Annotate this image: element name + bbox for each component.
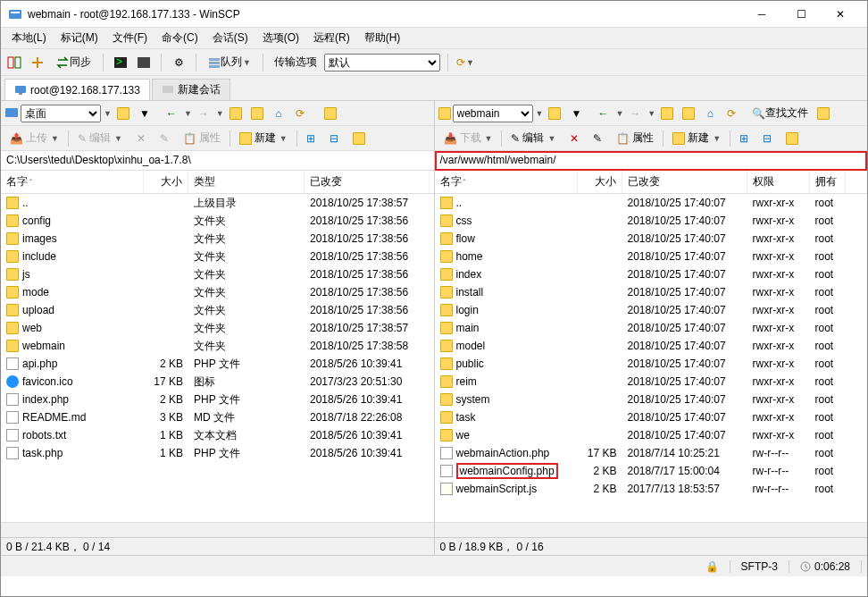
table-row[interactable]: robots.txt1 KB文本文档2018/5/26 10:39:41 — [1, 426, 434, 444]
terminal-icon[interactable]: > — [111, 53, 130, 72]
table-row[interactable]: webmainConfig.php2 KB2018/7/17 15:00:04r… — [435, 462, 868, 480]
local-scrollbar[interactable] — [1, 522, 434, 537]
remote-col-name[interactable]: 名字ˆ — [435, 171, 578, 193]
download-button[interactable]: 📥下载▼ — [438, 129, 498, 148]
menu-item-2[interactable]: 文件(F) — [105, 27, 154, 49]
local-col-type[interactable]: 类型 — [188, 171, 305, 193]
local-new-button[interactable]: 新建▼ — [234, 129, 293, 148]
remote-path[interactable]: /var/www/html/webmain/ — [435, 151, 868, 171]
table-row[interactable]: task2018/10/25 17:40:07rwxr-xr-xroot — [435, 408, 868, 426]
remote-col-size[interactable]: 大小 — [578, 171, 622, 193]
remote-refresh-icon[interactable]: ⟳ — [722, 104, 741, 123]
table-row[interactable]: webmainScript.js2 KB2017/7/13 18:53:57rw… — [435, 480, 868, 498]
remote-props-button[interactable]: 📋属性 — [611, 129, 659, 148]
table-row[interactable]: upload文件夹2018/10/25 17:38:56 — [1, 301, 434, 319]
local-back-icon[interactable]: ← — [162, 104, 181, 123]
local-open-icon[interactable] — [113, 104, 133, 123]
local-bookmark-icon[interactable] — [321, 104, 340, 123]
remote-up-folder-icon[interactable] — [657, 104, 677, 123]
remote-filelist[interactable]: 名字ˆ 大小 已改变 权限 拥有 ..2018/10/25 17:40:07rw… — [435, 171, 868, 522]
table-row[interactable]: web文件夹2018/10/25 17:38:57 — [1, 319, 434, 337]
sync-compare-icon[interactable] — [4, 53, 24, 72]
menu-item-7[interactable]: 帮助(H) — [357, 27, 408, 49]
remote-fwd-icon[interactable]: → — [625, 104, 645, 123]
local-edit-button[interactable]: ✎编辑▼ — [72, 129, 128, 148]
table-row[interactable]: ..2018/10/25 17:40:07rwxr-xr-xroot — [435, 194, 868, 212]
local-props-button[interactable]: 📋属性 — [178, 129, 226, 148]
table-row[interactable]: we2018/10/25 17:40:07rwxr-xr-xroot — [435, 426, 868, 444]
remote-plus-icon[interactable]: ⊞ — [734, 129, 754, 148]
menu-item-1[interactable]: 标记(M) — [54, 27, 105, 49]
table-row[interactable]: ..上级目录2018/10/25 17:38:57 — [1, 194, 434, 212]
remote-bookmark-icon[interactable] — [814, 104, 833, 123]
table-row[interactable]: login2018/10/25 17:40:07rwxr-xr-xroot — [435, 301, 868, 319]
queue-icon[interactable]: 队列▼ — [204, 53, 255, 72]
table-row[interactable]: js文件夹2018/10/25 17:38:56 — [1, 265, 434, 283]
local-path[interactable]: C:\Users\tedu\Desktop\xinhu_oa-1.7.8\ — [1, 151, 434, 171]
table-row[interactable]: css2018/10/25 17:40:07rwxr-xr-xroot — [435, 212, 868, 230]
local-refresh-icon[interactable]: ⟳ — [290, 104, 310, 123]
remote-open-icon[interactable] — [545, 104, 564, 123]
local-drive-select[interactable]: 桌面 — [21, 105, 101, 122]
upload-button[interactable]: 📤上传▼ — [4, 129, 64, 148]
table-row[interactable]: images文件夹2018/10/25 17:38:56 — [1, 230, 434, 248]
remote-col-owner[interactable]: 拥有 — [810, 171, 846, 193]
table-row[interactable]: index2018/10/25 17:40:07rwxr-xr-xroot — [435, 265, 868, 283]
table-row[interactable]: public2018/10/25 17:40:07rwxr-xr-xroot — [435, 355, 868, 373]
local-delete-icon[interactable]: ✕ — [131, 129, 151, 148]
local-plus-icon[interactable]: ⊞ — [301, 129, 321, 148]
remote-col-changed[interactable]: 已改变 — [622, 171, 747, 193]
table-row[interactable]: api.php2 KBPHP 文件2018/5/26 10:39:41 — [1, 355, 434, 373]
reconnect-icon[interactable]: ⟳▼ — [455, 53, 475, 72]
table-row[interactable]: webmainAction.php17 KB2018/7/14 10:25:21… — [435, 444, 868, 462]
remote-edit-button[interactable]: ✎编辑▼ — [505, 129, 561, 148]
remote-browse-icon[interactable] — [780, 129, 804, 148]
remote-filter-icon[interactable]: ▼ — [566, 104, 586, 123]
local-col-changed[interactable]: 已改变 — [305, 171, 430, 193]
table-row[interactable]: system2018/10/25 17:40:07rwxr-xr-xroot — [435, 391, 868, 408]
remote-back-icon[interactable]: ← — [593, 104, 613, 123]
remote-new-button[interactable]: 新建▼ — [667, 129, 726, 148]
menu-item-3[interactable]: 命令(C) — [154, 27, 205, 49]
table-row[interactable]: README.md3 KBMD 文件2018/7/18 22:26:08 — [1, 408, 434, 426]
table-row[interactable]: reim2018/10/25 17:40:07rwxr-xr-xroot — [435, 373, 868, 391]
local-filelist[interactable]: 名字ˆ 大小 类型 已改变 ..上级目录2018/10/25 17:38:57c… — [1, 171, 434, 522]
remote-delete-icon[interactable]: ✕ — [564, 129, 584, 148]
table-row[interactable]: favicon.ico17 KB图标2017/3/23 20:51:30 — [1, 373, 434, 391]
table-row[interactable]: webmain文件夹2018/10/25 17:38:58 — [1, 337, 434, 355]
menu-item-6[interactable]: 远程(R) — [306, 27, 357, 49]
table-row[interactable]: include文件夹2018/10/25 17:38:56 — [1, 248, 434, 265]
remote-drive-select[interactable]: webmain — [453, 105, 533, 122]
menu-item-0[interactable]: 本地(L) — [4, 27, 54, 49]
local-root-folder-icon[interactable] — [247, 104, 267, 123]
maximize-button[interactable]: ☐ — [781, 2, 821, 27]
settings-icon[interactable]: ⚙ — [169, 53, 188, 72]
remote-root-folder-icon[interactable] — [679, 104, 698, 123]
transfer-select[interactable]: 默认 — [324, 54, 440, 71]
sync-browse-icon[interactable] — [28, 53, 47, 72]
menu-item-5[interactable]: 选项(O) — [255, 27, 306, 49]
local-minus-icon[interactable]: ⊟ — [324, 129, 344, 148]
local-home-icon[interactable]: ⌂ — [269, 104, 288, 123]
close-button[interactable]: ✕ — [821, 2, 860, 27]
table-row[interactable]: flow2018/10/25 17:40:07rwxr-xr-xroot — [435, 230, 868, 248]
menu-item-4[interactable]: 会话(S) — [205, 27, 255, 49]
local-browse-icon[interactable] — [347, 129, 371, 148]
session-tab-active[interactable]: root@192.168.177.133 — [4, 79, 150, 100]
local-rename-icon[interactable]: ✎ — [154, 129, 174, 148]
table-row[interactable]: task.php1 KBPHP 文件2018/5/26 10:39:41 — [1, 444, 434, 462]
remote-scrollbar[interactable] — [435, 522, 868, 537]
remote-col-perm[interactable]: 权限 — [747, 171, 810, 193]
local-col-size[interactable]: 大小 — [144, 171, 188, 193]
table-row[interactable]: mode文件夹2018/10/25 17:38:56 — [1, 283, 434, 301]
new-session-tab[interactable]: 新建会话 — [152, 79, 230, 100]
remote-home-icon[interactable]: ⌂ — [700, 104, 720, 123]
table-row[interactable]: install2018/10/25 17:40:07rwxr-xr-xroot — [435, 283, 868, 301]
sync-arrows-icon[interactable]: 同步 — [51, 53, 96, 72]
console-icon[interactable] — [134, 53, 154, 72]
table-row[interactable]: model2018/10/25 17:40:07rwxr-xr-xroot — [435, 337, 868, 355]
remote-minus-icon[interactable]: ⊟ — [757, 129, 777, 148]
minimize-button[interactable]: ─ — [742, 2, 781, 27]
local-filter-icon[interactable]: ▼ — [135, 104, 154, 123]
local-up-folder-icon[interactable] — [226, 104, 246, 123]
